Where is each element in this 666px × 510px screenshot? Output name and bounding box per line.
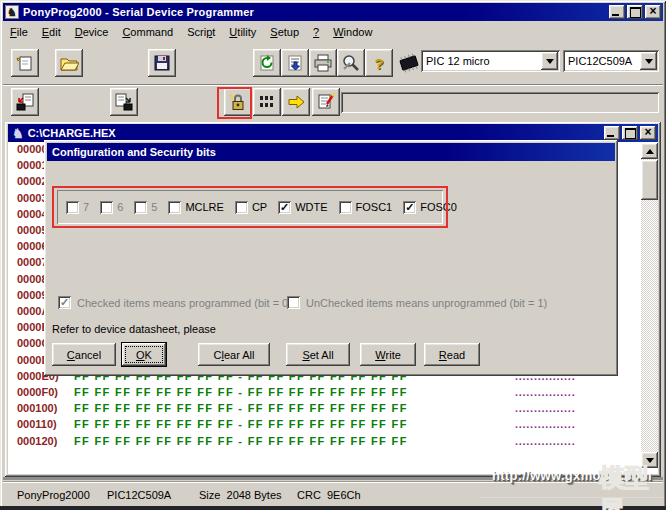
open-file-button[interactable] (55, 49, 83, 77)
menu-device[interactable]: Device (68, 24, 116, 40)
write-device-icon (114, 92, 134, 112)
ok-button[interactable]: OK (122, 343, 166, 366)
lock-icon (228, 92, 248, 112)
close-button[interactable]: × (645, 5, 661, 19)
bit-checkbox-fosc1[interactable]: FOSC1 (339, 201, 393, 214)
bit-checkbox-wdte[interactable]: ✓WDTE (278, 201, 327, 214)
bit-label: 6 (117, 201, 123, 213)
config-bits-button[interactable] (253, 88, 281, 116)
read-device-icon (15, 92, 35, 112)
hex-address: 000100) (17, 402, 57, 414)
save-file-button[interactable] (148, 49, 176, 77)
menu-file[interactable]: File (3, 24, 35, 40)
progress-field (341, 92, 659, 113)
scrollbar-thumb[interactable] (641, 160, 658, 200)
menu-script[interactable]: Script (180, 24, 222, 40)
pony-file-icon: ♞ (12, 127, 24, 140)
device-family-combobox[interactable]: PIC 12 micro (421, 50, 560, 72)
scroll-up-button[interactable] (641, 143, 658, 159)
hex-ascii: ................ (515, 435, 575, 447)
menu-window[interactable]: Window (326, 24, 379, 40)
device-model-combobox[interactable]: PIC12C509A (563, 50, 659, 72)
status-item-3: CRC 9E6Ch (297, 489, 361, 501)
bit-label: WDTE (295, 201, 327, 213)
chevron-down-icon (645, 59, 653, 64)
fill-buffer-button[interactable] (281, 49, 309, 77)
menu-help[interactable]: ? (306, 24, 326, 40)
checkbox-icon[interactable]: ✓ (278, 201, 291, 214)
checkbox-icon (287, 296, 300, 309)
run-button[interactable] (282, 88, 310, 116)
watermark-cjk: 模型屋 (599, 461, 666, 510)
checkbox-icon[interactable] (235, 201, 248, 214)
reload-icon (257, 53, 277, 73)
bit-checkbox-6: 6 (100, 201, 123, 214)
device-model-dropdown-button[interactable] (640, 52, 657, 70)
menu-utility[interactable]: Utility (222, 24, 263, 40)
checkbox-icon[interactable] (168, 201, 181, 214)
menu-edit[interactable]: Edit (35, 24, 68, 40)
hex-bytes: FF FF FF FF FF FF FF FF - FF FF FF FF FF… (74, 386, 408, 398)
window-bottom-edge (0, 506, 666, 510)
bit-label: CP (252, 201, 267, 213)
menu-bar: FileEditDeviceCommandScriptUtilitySetup?… (3, 22, 663, 41)
reload-button[interactable] (253, 49, 281, 77)
new-file-button[interactable] (11, 49, 39, 77)
setup-button[interactable] (337, 49, 365, 77)
bit-label: 5 (151, 201, 157, 213)
minimize-button[interactable] (609, 5, 625, 19)
child-maximize-button[interactable] (622, 126, 638, 140)
hex-bytes: FF FF FF FF FF FF FF FF - FF FF FF FF FF… (74, 435, 408, 447)
vertical-scrollbar[interactable] (641, 143, 658, 468)
hex-row[interactable]: 000120)FF FF FF FF FF FF FF FF - FF FF F… (8, 435, 641, 452)
chevron-down-icon (546, 59, 554, 64)
menu-command[interactable]: Command (115, 24, 180, 40)
dialog-titlebar: Configuration and Security bits (47, 143, 615, 161)
set-all-button[interactable]: Set All (286, 343, 350, 366)
print-button[interactable] (309, 49, 337, 77)
fill-buffer-icon (285, 53, 305, 73)
bit-checkbox-cp[interactable]: CP (235, 201, 267, 214)
sparkle-icon (230, 94, 233, 98)
read-button[interactable]: Read (424, 343, 480, 366)
bits-grid-icon (257, 92, 277, 112)
hex-row[interactable]: 000110)FF FF FF FF FF FF FF FF - FF FF F… (8, 418, 641, 435)
hex-address: 000110) (17, 418, 57, 430)
write-button[interactable]: Write (360, 343, 416, 366)
child-close-button[interactable]: × (640, 126, 656, 140)
status-item-1: PIC12C509A (107, 489, 171, 501)
hex-window-title: C:\CHARGE.HEX (28, 127, 116, 139)
help-button[interactable]: ? (365, 49, 393, 77)
device-family-dropdown-button[interactable] (541, 52, 558, 70)
dialog-buttons: CancelOKClear AllSet AllWriteRead (44, 343, 480, 366)
clear-all-button[interactable]: Clear All (198, 343, 270, 366)
menu-setup[interactable]: Setup (263, 24, 306, 40)
window-titlebar: ♞ PonyProg2000 - Serial Device Programme… (3, 3, 663, 21)
bit-checkbox-5: 5 (134, 201, 157, 214)
hex-bytes: FF FF FF FF FF FF FF FF - FF FF FF FF FF… (74, 402, 408, 414)
child-minimize-button[interactable] (604, 126, 620, 140)
checkbox-icon[interactable] (339, 201, 352, 214)
maximize-button[interactable] (627, 5, 643, 19)
printer-icon (313, 53, 333, 73)
security-bits-button[interactable] (224, 88, 252, 116)
cancel-button[interactable]: Cancel (52, 343, 116, 366)
option-label: Checked items means programmed (bit = 0) (77, 297, 292, 309)
write-device-button[interactable] (110, 88, 138, 116)
app-pony-icon: ♞ (5, 5, 19, 19)
bit-label: FOSC0 (420, 201, 457, 213)
help-icon: ? (374, 56, 383, 71)
edit-script-button[interactable] (312, 88, 340, 116)
bit-checkbox-fosc0[interactable]: ✓FOSC0 (403, 201, 457, 214)
datasheet-note: Refer to device datasheet, please (52, 323, 216, 335)
checkbox-icon: ✓ (58, 296, 71, 309)
read-device-button[interactable] (11, 88, 39, 116)
yellow-arrow-right-icon (286, 92, 306, 112)
open-folder-icon (59, 53, 79, 73)
checkbox-icon[interactable]: ✓ (403, 201, 416, 214)
bit-checkbox-mclre[interactable]: MCLRE (168, 201, 224, 214)
hex-row[interactable]: 000100)FF FF FF FF FF FF FF FF - FF FF F… (8, 402, 641, 419)
bit-checkbox-7: 7 (66, 201, 89, 214)
checkbox-icon (134, 201, 147, 214)
hex-row[interactable]: 0000F0)FF FF FF FF FF FF FF FF - FF FF F… (8, 386, 641, 403)
